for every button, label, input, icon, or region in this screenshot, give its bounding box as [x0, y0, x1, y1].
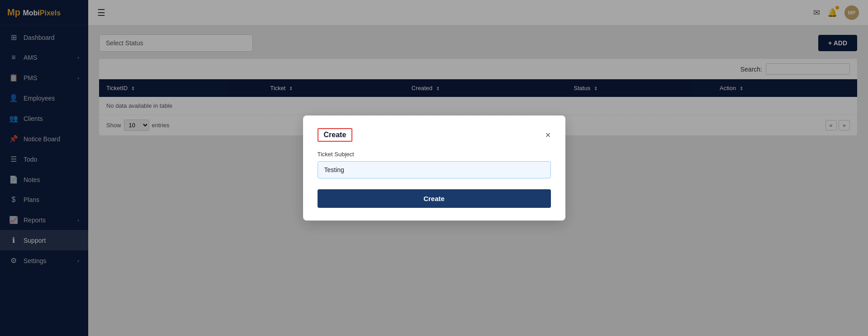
modal-header: Create ×: [318, 128, 551, 142]
modal-create-button[interactable]: Create: [318, 189, 551, 208]
ticket-subject-input[interactable]: [318, 161, 551, 178]
create-modal: Create × Ticket Subject Create: [303, 115, 565, 221]
ticket-subject-label: Ticket Subject: [318, 151, 551, 158]
modal-title: Create: [318, 128, 353, 142]
modal-overlay[interactable]: Create × Ticket Subject Create: [0, 0, 868, 336]
modal-close-button[interactable]: ×: [545, 130, 551, 139]
